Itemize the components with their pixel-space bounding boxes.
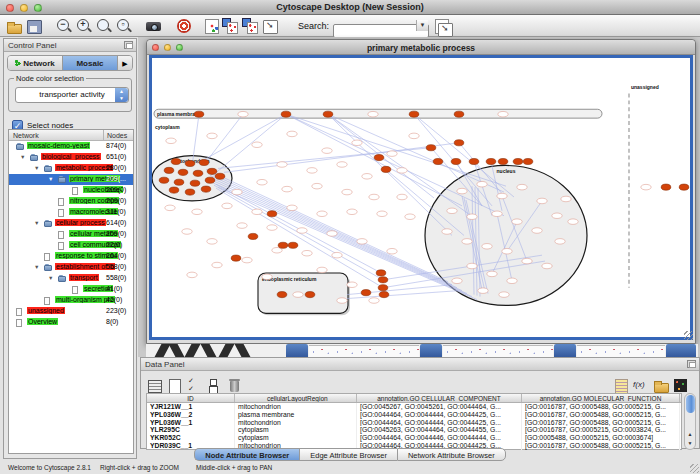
- graph-node[interactable]: [182, 229, 192, 235]
- table-row[interactable]: YJR121W__1mitochondrion[GO:0045267, GO:0…: [147, 403, 681, 411]
- graph-node[interactable]: [252, 209, 262, 215]
- float-data-panel-icon[interactable]: [687, 360, 696, 368]
- graph-node[interactable]: [368, 111, 378, 117]
- tree-row-establishment-of-lo[interactable]: ▼establishment of lo558(0): [9, 262, 133, 273]
- table-column-header[interactable]: annotation.GO CELLULAR_COMPONENT: [357, 394, 522, 402]
- tree-row-cellular-metabo[interactable]: cellular metabo209(0): [9, 229, 133, 240]
- graph-node-selected[interactable]: [207, 168, 217, 174]
- graph-node-selected[interactable]: [323, 111, 333, 117]
- graph-node-selected[interactable]: [454, 140, 464, 146]
- graph-node[interactable]: [397, 168, 407, 174]
- float-panel-icon[interactable]: [124, 41, 133, 49]
- graph-node[interactable]: [467, 263, 477, 269]
- graph-node-selected[interactable]: [523, 158, 533, 164]
- open-icon[interactable]: [5, 17, 23, 35]
- graph-node-selected[interactable]: [171, 158, 181, 164]
- graph-node-selected[interactable]: [433, 158, 443, 164]
- graph-node[interactable]: [462, 239, 472, 245]
- scrollbar-thumb[interactable]: [686, 395, 695, 413]
- graph-node[interactable]: [357, 239, 367, 245]
- graph-node[interactable]: [207, 133, 217, 139]
- graph-node-selected[interactable]: [409, 111, 419, 117]
- table-row[interactable]: YLR295Ccytoplasm[GO:0045263, GO:0044464,…: [147, 426, 681, 434]
- app-resize-grip[interactable]: [690, 464, 699, 473]
- attribute-table-header[interactable]: ID_cellularLayoutRegionannotation.GO CEL…: [147, 394, 681, 403]
- graph-node[interactable]: [517, 184, 527, 190]
- graph-node-selected[interactable]: [469, 158, 479, 164]
- graph-node[interactable]: [542, 263, 552, 269]
- graph-node-selected[interactable]: [679, 184, 689, 190]
- graph-node[interactable]: [502, 248, 512, 254]
- tree-row-mosaic-demo-yeast[interactable]: mosaic-demo-yeast874(0): [9, 141, 133, 152]
- graph-node[interactable]: [641, 184, 651, 190]
- graph-node-selected[interactable]: [205, 177, 215, 183]
- new-attribute-icon[interactable]: [165, 376, 182, 393]
- graph-node[interactable]: [192, 209, 202, 215]
- tab-edge-attribute-browser[interactable]: Edge Attribute Browser: [299, 448, 397, 461]
- graph-node[interactable]: [165, 205, 175, 211]
- graph-node-selected[interactable]: [361, 290, 371, 296]
- network-window-titlebar[interactable]: primary metabolic process: [147, 40, 695, 55]
- graph-node[interactable]: [257, 179, 267, 185]
- graph-node[interactable]: [312, 183, 322, 189]
- graph-node[interactable]: [337, 162, 347, 168]
- graph-node-selected[interactable]: [288, 242, 298, 248]
- graph-node[interactable]: [282, 186, 292, 192]
- tab-network-attribute-browser[interactable]: Network Attribute Browser: [397, 448, 506, 461]
- graph-node-selected[interactable]: [194, 111, 204, 117]
- graph-node[interactable]: [297, 228, 307, 234]
- tree-row-nucleobase-[interactable]: nucleobase-209(0): [9, 185, 133, 196]
- graph-node-selected[interactable]: [215, 173, 225, 179]
- graph-node[interactable]: [377, 211, 387, 217]
- graph-node[interactable]: [397, 194, 407, 200]
- node-color-select[interactable]: transporter activity ▲▼: [15, 87, 129, 103]
- graph-node[interactable]: [262, 274, 272, 280]
- tree-row-cell-communicat[interactable]: cell communicat22(0): [9, 240, 133, 251]
- graph-node[interactable]: [387, 151, 397, 157]
- vizmapper-icon[interactable]: [205, 19, 219, 34]
- graph-node[interactable]: [369, 298, 379, 304]
- graph-node[interactable]: [499, 292, 509, 298]
- graph-node-selected[interactable]: [451, 158, 461, 164]
- graph-node[interactable]: [561, 196, 571, 202]
- graph-node[interactable]: [507, 278, 517, 284]
- graph-node[interactable]: [337, 298, 347, 304]
- table-column-header[interactable]: _cellularLayoutRegion: [235, 394, 357, 402]
- table-row[interactable]: YPL036W__2plasma membrane[GO:0044464, GO…: [147, 411, 681, 419]
- delete-attribute-icon[interactable]: [225, 376, 242, 393]
- tree-row-transport[interactable]: ▼transport558(0): [9, 273, 133, 284]
- graph-node[interactable]: [447, 208, 457, 214]
- graph-node-selected[interactable]: [169, 187, 179, 193]
- tree-row-response-to-stimulu[interactable]: response to stimulu264(0): [9, 251, 133, 262]
- tab-network[interactable]: Network: [8, 56, 63, 70]
- graph-node[interactable]: [327, 231, 337, 237]
- graph-node-selected[interactable]: [248, 233, 258, 239]
- expand-arrow-icon[interactable]: ▼: [34, 220, 39, 226]
- tab-node-attribute-browser[interactable]: Node Attribute Browser: [194, 448, 299, 461]
- tree-row-cellular-process[interactable]: ▼cellular process614(0): [9, 218, 133, 229]
- graph-node[interactable]: [342, 189, 352, 195]
- graph-node-selected[interactable]: [190, 180, 200, 186]
- network-view-window[interactable]: primary metabolic process plasma membran…: [146, 39, 696, 344]
- graph-node-selected[interactable]: [378, 285, 388, 291]
- graph-node[interactable]: [478, 288, 488, 294]
- matrix-icon[interactable]: [671, 376, 688, 393]
- graph-node[interactable]: [252, 142, 262, 148]
- graph-node[interactable]: [568, 219, 578, 225]
- graph-node-selected[interactable]: [381, 166, 391, 172]
- graph-node[interactable]: [555, 239, 565, 245]
- tree-row-primary-metabo[interactable]: ▼primary metabo209(...: [9, 174, 133, 185]
- graph-node[interactable]: [442, 229, 452, 235]
- tree-row-multi-organism-pro[interactable]: multi-organism pro42(0): [9, 295, 133, 306]
- tree-row-macromolecule[interactable]: macromolecule311(0): [9, 207, 133, 218]
- search-dropdown-arrow[interactable]: ▼: [416, 20, 428, 31]
- combo-stepper-icon[interactable]: ▲▼: [115, 88, 128, 102]
- tree-row-metabolic-process[interactable]: ▼metabolic process280(0): [9, 163, 133, 174]
- graph-node[interactable]: [287, 205, 297, 211]
- graph-node[interactable]: [497, 193, 507, 199]
- graph-node-selected[interactable]: [374, 155, 384, 161]
- zoom-in-icon[interactable]: [75, 17, 93, 35]
- graph-node-selected[interactable]: [513, 158, 523, 164]
- graph-node[interactable]: [207, 239, 217, 245]
- graph-node[interactable]: [352, 140, 362, 146]
